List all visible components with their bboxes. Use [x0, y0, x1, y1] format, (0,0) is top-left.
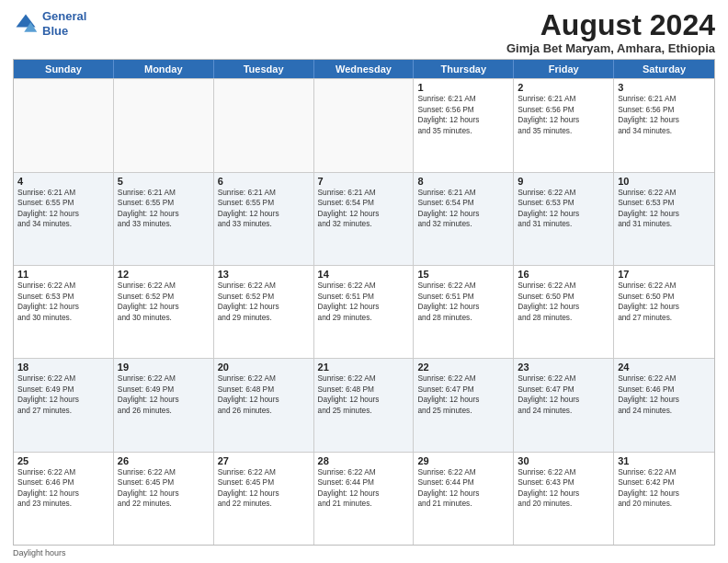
- day-cell-6: 6Sunrise: 6:21 AM Sunset: 6:55 PM Daylig…: [214, 173, 314, 265]
- day-number: 28: [318, 455, 410, 466]
- day-cell-11: 11Sunrise: 6:22 AM Sunset: 6:53 PM Dayli…: [14, 266, 114, 358]
- weekday-header-sunday: Sunday: [14, 60, 114, 78]
- day-number: 4: [17, 176, 109, 187]
- day-info: Sunrise: 6:22 AM Sunset: 6:50 PM Dayligh…: [518, 281, 609, 323]
- day-info: Sunrise: 6:22 AM Sunset: 6:47 PM Dayligh…: [518, 373, 609, 416]
- calendar: SundayMondayTuesdayWednesdayThursdayFrid…: [13, 59, 715, 546]
- day-cell-18: 18Sunrise: 6:22 AM Sunset: 6:49 PM Dayli…: [14, 359, 114, 451]
- day-info: Sunrise: 6:22 AM Sunset: 6:46 PM Dayligh…: [618, 373, 711, 416]
- weekday-header-thursday: Thursday: [414, 60, 514, 78]
- day-number: 18: [17, 362, 109, 373]
- day-cell-3: 3Sunrise: 6:21 AM Sunset: 6:56 PM Daylig…: [614, 79, 714, 171]
- day-info: Sunrise: 6:22 AM Sunset: 6:42 PM Dayligh…: [618, 467, 711, 510]
- day-number: 26: [118, 455, 210, 466]
- day-cell-17: 17Sunrise: 6:22 AM Sunset: 6:50 PM Dayli…: [614, 266, 714, 358]
- day-info: Sunrise: 6:21 AM Sunset: 6:56 PM Dayligh…: [417, 94, 509, 136]
- day-number: 2: [518, 82, 609, 93]
- day-number: 7: [318, 176, 410, 187]
- day-info: Sunrise: 6:22 AM Sunset: 6:52 PM Dayligh…: [118, 281, 210, 323]
- day-cell-29: 29Sunrise: 6:22 AM Sunset: 6:44 PM Dayli…: [414, 453, 514, 545]
- day-info: Sunrise: 6:22 AM Sunset: 6:53 PM Dayligh…: [17, 281, 109, 323]
- day-cell-30: 30Sunrise: 6:22 AM Sunset: 6:43 PM Dayli…: [514, 453, 614, 545]
- day-cell-24: 24Sunrise: 6:22 AM Sunset: 6:46 PM Dayli…: [614, 359, 714, 451]
- day-cell-15: 15Sunrise: 6:22 AM Sunset: 6:51 PM Dayli…: [414, 266, 514, 358]
- day-number: 19: [118, 362, 210, 373]
- day-cell-20: 20Sunrise: 6:22 AM Sunset: 6:48 PM Dayli…: [214, 359, 314, 451]
- day-cell-25: 25Sunrise: 6:22 AM Sunset: 6:46 PM Dayli…: [14, 453, 114, 545]
- day-info: Sunrise: 6:21 AM Sunset: 6:55 PM Dayligh…: [218, 188, 310, 230]
- weekday-header-monday: Monday: [114, 60, 214, 78]
- day-cell-12: 12Sunrise: 6:22 AM Sunset: 6:52 PM Dayli…: [114, 266, 214, 358]
- day-number: 10: [618, 176, 711, 187]
- day-number: 9: [518, 176, 609, 187]
- day-number: 5: [118, 176, 210, 187]
- page: General Blue August 2024 Gimja Bet Marya…: [0, 0, 728, 563]
- day-cell-28: 28Sunrise: 6:22 AM Sunset: 6:44 PM Dayli…: [314, 453, 415, 545]
- day-number: 30: [518, 455, 609, 466]
- day-info: Sunrise: 6:22 AM Sunset: 6:51 PM Dayligh…: [318, 281, 410, 323]
- calendar-week-5: 25Sunrise: 6:22 AM Sunset: 6:46 PM Dayli…: [14, 452, 714, 545]
- day-info: Sunrise: 6:22 AM Sunset: 6:44 PM Dayligh…: [318, 467, 410, 510]
- day-info: Sunrise: 6:22 AM Sunset: 6:53 PM Dayligh…: [618, 188, 711, 230]
- day-number: 15: [417, 269, 509, 280]
- day-info: Sunrise: 6:22 AM Sunset: 6:53 PM Dayligh…: [518, 188, 609, 230]
- calendar-week-4: 18Sunrise: 6:22 AM Sunset: 6:49 PM Dayli…: [14, 358, 714, 451]
- main-title: August 2024: [506, 9, 715, 41]
- day-number: 27: [218, 455, 310, 466]
- day-cell-2: 2Sunrise: 6:21 AM Sunset: 6:56 PM Daylig…: [514, 79, 614, 171]
- day-info: Sunrise: 6:22 AM Sunset: 6:50 PM Dayligh…: [618, 281, 711, 323]
- day-info: Sunrise: 6:21 AM Sunset: 6:54 PM Dayligh…: [318, 188, 410, 230]
- day-number: 22: [417, 362, 509, 373]
- day-number: 21: [318, 362, 410, 373]
- logo-icon: [13, 11, 39, 37]
- calendar-body: 1Sunrise: 6:21 AM Sunset: 6:56 PM Daylig…: [14, 78, 714, 545]
- calendar-week-1: 1Sunrise: 6:21 AM Sunset: 6:56 PM Daylig…: [14, 78, 714, 171]
- day-info: Sunrise: 6:22 AM Sunset: 6:43 PM Dayligh…: [518, 467, 609, 510]
- day-cell-31: 31Sunrise: 6:22 AM Sunset: 6:42 PM Dayli…: [614, 453, 714, 545]
- weekday-header-friday: Friday: [514, 60, 614, 78]
- day-number: 17: [618, 269, 711, 280]
- day-info: Sunrise: 6:22 AM Sunset: 6:45 PM Dayligh…: [218, 467, 310, 510]
- day-info: Sunrise: 6:22 AM Sunset: 6:48 PM Dayligh…: [318, 373, 410, 416]
- day-number: 6: [218, 176, 310, 187]
- day-cell-14: 14Sunrise: 6:22 AM Sunset: 6:51 PM Dayli…: [314, 266, 415, 358]
- day-cell-9: 9Sunrise: 6:22 AM Sunset: 6:53 PM Daylig…: [514, 173, 614, 265]
- day-number: 23: [518, 362, 609, 373]
- weekday-header-wednesday: Wednesday: [314, 60, 415, 78]
- day-info: Sunrise: 6:22 AM Sunset: 6:44 PM Dayligh…: [417, 467, 509, 510]
- day-cell-21: 21Sunrise: 6:22 AM Sunset: 6:48 PM Dayli…: [314, 359, 415, 451]
- logo: General Blue: [13, 9, 86, 38]
- day-cell-7: 7Sunrise: 6:21 AM Sunset: 6:54 PM Daylig…: [314, 173, 415, 265]
- day-number: 24: [618, 362, 711, 373]
- day-number: 14: [318, 269, 410, 280]
- calendar-header: SundayMondayTuesdayWednesdayThursdayFrid…: [14, 60, 714, 78]
- day-info: Sunrise: 6:22 AM Sunset: 6:49 PM Dayligh…: [118, 373, 210, 416]
- day-info: Sunrise: 6:22 AM Sunset: 6:51 PM Dayligh…: [417, 281, 509, 323]
- day-cell-27: 27Sunrise: 6:22 AM Sunset: 6:45 PM Dayli…: [214, 453, 314, 545]
- day-number: 12: [118, 269, 210, 280]
- empty-cell: [14, 79, 114, 171]
- header: General Blue August 2024 Gimja Bet Marya…: [13, 9, 715, 55]
- weekday-header-tuesday: Tuesday: [214, 60, 314, 78]
- day-number: 25: [17, 455, 109, 466]
- day-number: 3: [618, 82, 711, 93]
- day-number: 1: [417, 82, 509, 93]
- day-cell-8: 8Sunrise: 6:21 AM Sunset: 6:54 PM Daylig…: [414, 173, 514, 265]
- day-number: 16: [518, 269, 609, 280]
- day-info: Sunrise: 6:22 AM Sunset: 6:52 PM Dayligh…: [218, 281, 310, 323]
- subtitle: Gimja Bet Maryam, Amhara, Ethiopia: [506, 41, 715, 55]
- day-cell-1: 1Sunrise: 6:21 AM Sunset: 6:56 PM Daylig…: [414, 79, 514, 171]
- day-info: Sunrise: 6:21 AM Sunset: 6:56 PM Dayligh…: [518, 94, 609, 136]
- day-cell-22: 22Sunrise: 6:22 AM Sunset: 6:47 PM Dayli…: [414, 359, 514, 451]
- day-cell-5: 5Sunrise: 6:21 AM Sunset: 6:55 PM Daylig…: [114, 173, 214, 265]
- logo-text: General Blue: [42, 9, 86, 38]
- day-info: Sunrise: 6:21 AM Sunset: 6:55 PM Dayligh…: [17, 188, 109, 230]
- day-cell-13: 13Sunrise: 6:22 AM Sunset: 6:52 PM Dayli…: [214, 266, 314, 358]
- day-number: 20: [218, 362, 310, 373]
- day-cell-10: 10Sunrise: 6:22 AM Sunset: 6:53 PM Dayli…: [614, 173, 714, 265]
- day-info: Sunrise: 6:22 AM Sunset: 6:49 PM Dayligh…: [17, 373, 109, 416]
- day-info: Sunrise: 6:21 AM Sunset: 6:56 PM Dayligh…: [618, 94, 711, 136]
- day-cell-16: 16Sunrise: 6:22 AM Sunset: 6:50 PM Dayli…: [514, 266, 614, 358]
- day-number: 8: [417, 176, 509, 187]
- day-number: 13: [218, 269, 310, 280]
